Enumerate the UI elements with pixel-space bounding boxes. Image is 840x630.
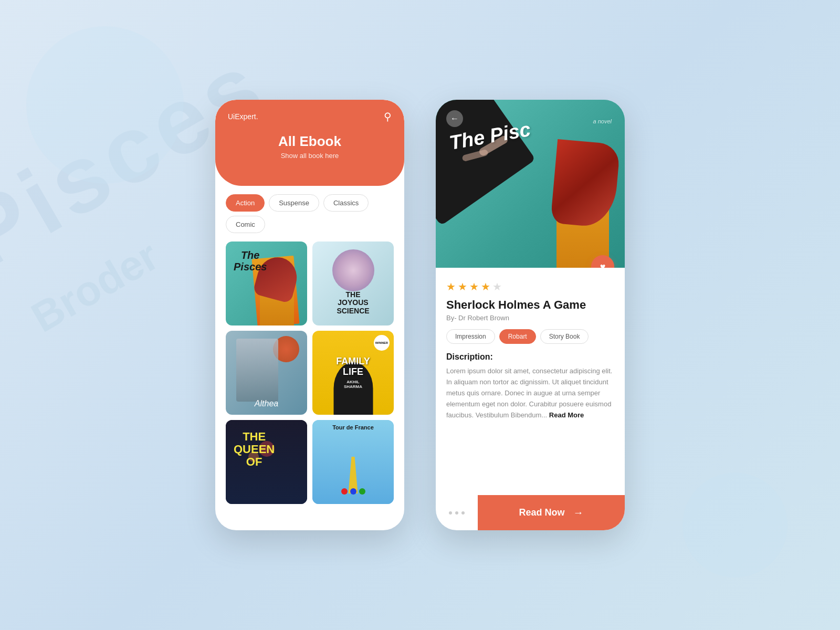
star-1: ★ (446, 280, 456, 293)
family-author: AKHILSHARMA (336, 380, 370, 389)
page-subtitle: Show all book here (228, 152, 392, 160)
read-now-button[interactable]: Read Now → (478, 495, 625, 530)
left-phone-content: Action Suspense Classics Comic ThePisces (215, 186, 404, 530)
star-3: ★ (469, 280, 479, 293)
filter-tab-action[interactable]: Action (226, 194, 265, 212)
tour-title: Tour de France (332, 424, 374, 430)
read-now-label: Read Now (519, 507, 564, 518)
book-card-althea[interactable]: Althea (226, 331, 307, 415)
book-author: By- Dr Robert Brown (446, 314, 614, 322)
book-card-queen[interactable]: THEQUEENOF (226, 420, 307, 504)
filter-tab-suspense[interactable]: Suspense (269, 194, 319, 212)
left-phone: UiExpert. ⚲ All Ebook Show all book here… (215, 100, 404, 530)
tag-storybook[interactable]: Story Book (540, 329, 589, 344)
page-title: All Ebook (228, 133, 392, 150)
filter-tab-classics[interactable]: Classics (323, 194, 369, 212)
dot-1 (449, 511, 452, 514)
book-card-pisces[interactable]: ThePisces (226, 242, 307, 326)
bg-shape-2 (682, 472, 788, 578)
dots-indicator (436, 511, 478, 514)
dot-3 (461, 511, 465, 514)
description-text: Lorem ipsum dolor sit amet, consectetur … (446, 366, 614, 421)
dot-2 (455, 511, 458, 514)
book-hero-image: The Pisc a novel ← ♥ (436, 100, 625, 268)
joyous-title: THEJOYOUSSCIENCE (317, 291, 390, 315)
search-icon[interactable]: ⚲ (384, 110, 392, 123)
topbar: UiExpert. ⚲ (228, 110, 392, 123)
left-phone-header: UiExpert. ⚲ All Ebook Show all book here (215, 100, 404, 186)
bg-shape-1 (26, 26, 184, 184)
background-watermark: Pisces Broder (0, 0, 840, 630)
left-phone-title-block: All Ebook Show all book here (228, 133, 392, 160)
book-card-family[interactable]: FAMILYLIFE AKHILSHARMA WINNER (312, 331, 394, 415)
althea-figure (236, 339, 278, 402)
right-phone: The Pisc a novel ← ♥ ★ ★ ★ ★ ★ Sherlock … (436, 100, 625, 530)
description-label: Discription: (446, 352, 614, 362)
read-now-arrow-icon: → (573, 507, 584, 519)
book-card-tour[interactable]: Tour de France (312, 420, 394, 504)
star-2: ★ (458, 280, 467, 293)
tag-robart[interactable]: Robart (499, 329, 536, 344)
book-tags: Impression Robart Story Book (446, 329, 614, 344)
phone-right-bottom: Read Now → (436, 495, 625, 530)
cyclists (318, 488, 388, 499)
joyous-art (332, 249, 374, 291)
back-button[interactable]: ← (446, 110, 463, 127)
star-5: ★ (492, 280, 502, 293)
star-rating: ★ ★ ★ ★ ★ (446, 280, 614, 293)
book-detail-content: ★ ★ ★ ★ ★ Sherlock Holmes A Game By- Dr … (436, 268, 625, 421)
star-4: ★ (481, 280, 490, 293)
book-pisces-title: ThePisces (234, 249, 267, 272)
app-logo: UiExpert. (228, 112, 258, 121)
read-more-link[interactable]: Read More (549, 411, 584, 419)
filter-tab-comic[interactable]: Comic (226, 216, 265, 233)
book-title: Sherlock Holmes A Game (446, 298, 614, 312)
watermark-text-2: Broder (24, 232, 167, 342)
tag-impression[interactable]: Impression (446, 329, 495, 344)
althea-title: Althea (255, 399, 278, 408)
family-title-block: FAMILYLIFE AKHILSHARMA (331, 351, 375, 394)
filter-tabs: Action Suspense Classics Comic (226, 194, 394, 233)
family-award: WINNER (374, 335, 390, 351)
queen-title: THEQUEENOF (234, 430, 275, 469)
family-title: FAMILYLIFE (336, 356, 370, 377)
hero-book-subtitle: a novel (593, 118, 612, 124)
books-grid: ThePisces THEJOYOUSSCIENCE Althea (226, 242, 394, 504)
book-card-joyous[interactable]: THEJOYOUSSCIENCE (312, 242, 394, 326)
